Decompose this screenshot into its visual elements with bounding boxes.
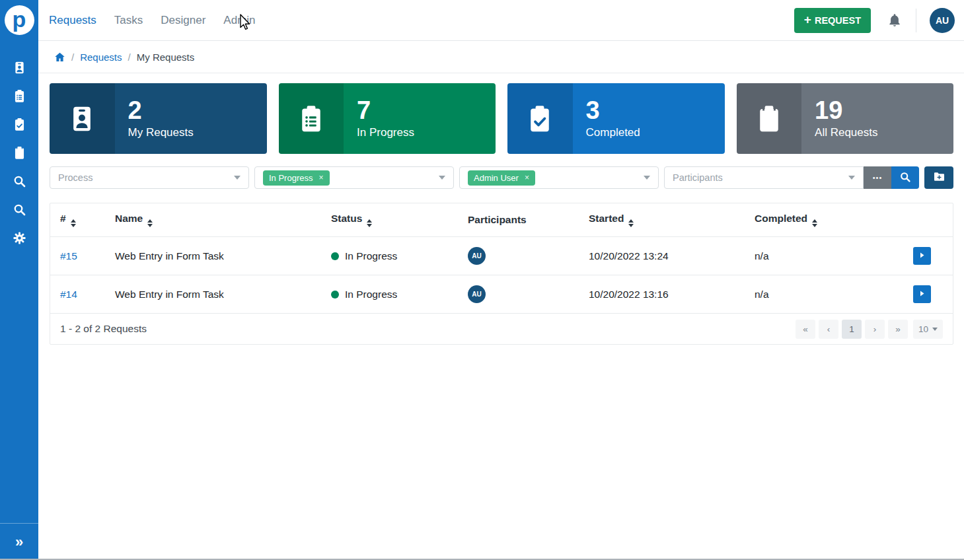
requester-filter-tag[interactable]: Admin User × [468, 170, 535, 186]
column-header-name[interactable]: Name [105, 203, 321, 237]
nav-item-tasks[interactable]: Tasks [114, 14, 143, 27]
requests-table: # Name Status Participants Started [50, 203, 953, 345]
table-row[interactable]: #15 Web Entry in Form Task In Progress A… [50, 237, 953, 275]
stat-label: My Requests [128, 126, 194, 139]
stat-cards: 2 My Requests 7 In Progress [50, 83, 953, 154]
status-filter-select[interactable]: In Progress × [254, 166, 454, 189]
participant-avatar[interactable]: AU [468, 285, 486, 303]
column-header-started[interactable]: Started [579, 203, 745, 237]
participants-filter-placeholder: Participants [673, 172, 723, 183]
id-card-icon [50, 83, 115, 154]
tag-remove-icon[interactable]: × [525, 174, 529, 182]
status-dot-icon [331, 252, 339, 260]
search-button[interactable] [891, 166, 919, 189]
chevron-down-icon [848, 176, 855, 180]
nav-item-admin[interactable]: Admin [223, 14, 255, 27]
user-avatar-initials: AU [936, 15, 949, 26]
chevron-down-icon [439, 176, 445, 180]
request-participants: AU [458, 237, 579, 275]
participants-filter-select[interactable]: Participants [664, 166, 864, 189]
advanced-filter-button[interactable]: ••• [864, 166, 891, 189]
sidebar-item-search-requests[interactable] [0, 168, 38, 197]
request-completed: n/a [745, 237, 903, 275]
double-chevron-right-icon: » [15, 534, 23, 551]
sidebar-item-in-progress[interactable] [0, 83, 38, 112]
request-id-link[interactable]: #15 [60, 250, 77, 262]
nav-item-designer[interactable]: Designer [161, 14, 205, 27]
new-request-button[interactable]: + REQUEST [794, 8, 871, 33]
request-status: In Progress [321, 275, 458, 314]
pagination-last-button[interactable]: » [888, 320, 908, 339]
requester-filter-select[interactable]: Admin User × [459, 166, 659, 189]
search-icon [899, 171, 911, 185]
open-request-button[interactable] [913, 285, 931, 303]
sidebar-item-search-tasks[interactable] [0, 197, 38, 225]
chevron-down-icon [932, 328, 938, 331]
stat-card-completed[interactable]: 3 Completed [507, 83, 725, 154]
per-page-value: 10 [918, 324, 928, 334]
saved-searches-button[interactable] [924, 166, 953, 189]
clipboard-check-icon [507, 83, 573, 154]
sort-icon [367, 219, 372, 227]
main-content: 2 My Requests 7 In Progress [38, 73, 964, 560]
table-footer: 1 - 2 of 2 Requests « ‹ 1 › » 10 [50, 313, 953, 344]
per-page-select[interactable]: 10 [913, 320, 943, 339]
pagination-next-button[interactable]: › [865, 320, 885, 339]
request-started: 10/20/2022 13:16 [579, 275, 745, 314]
nav-item-requests[interactable]: Requests [49, 14, 96, 27]
request-name: Web Entry in Form Task [105, 275, 321, 314]
caret-right-icon [918, 289, 926, 299]
stat-card-all-requests[interactable]: 19 All Requests [737, 83, 954, 154]
sort-icon [147, 219, 153, 227]
breadcrumb-link-requests[interactable]: Requests [80, 52, 122, 63]
request-id-link[interactable]: #14 [60, 289, 77, 300]
request-status: In Progress [321, 237, 458, 275]
stat-card-in-progress[interactable]: 7 In Progress [279, 83, 496, 154]
user-avatar[interactable]: AU [930, 8, 955, 33]
sort-icon [628, 219, 634, 227]
home-icon[interactable] [54, 52, 65, 63]
sidebar-item-settings[interactable] [0, 225, 38, 254]
top-navbar: Requests Tasks Designer Admin + REQUEST … [38, 0, 964, 41]
pagination-first-button[interactable]: « [796, 320, 815, 339]
table-header-row: # Name Status Participants Started [50, 203, 953, 237]
pagination: « ‹ 1 › » 10 [792, 320, 943, 339]
notifications-bell-icon[interactable] [887, 13, 903, 28]
stat-label: In Progress [357, 126, 414, 139]
stat-value: 2 [128, 98, 194, 124]
column-header-status[interactable]: Status [321, 203, 458, 237]
status-filter-tag[interactable]: In Progress × [263, 170, 330, 186]
table-row[interactable]: #14 Web Entry in Form Task In Progress A… [50, 275, 953, 314]
app-logo[interactable]: p [5, 5, 34, 35]
request-participants: AU [458, 275, 579, 314]
sidebar-item-completed[interactable] [0, 112, 38, 140]
tag-remove-icon[interactable]: × [318, 174, 323, 182]
pagination-prev-button[interactable]: ‹ [819, 320, 838, 339]
stat-card-my-requests[interactable]: 2 My Requests [50, 83, 267, 154]
participant-avatar[interactable]: AU [468, 247, 486, 265]
breadcrumb-separator: / [128, 52, 131, 63]
app-logo-letter: p [13, 8, 26, 30]
chevron-down-icon [234, 176, 241, 180]
request-name: Web Entry in Form Task [105, 237, 321, 275]
stat-value: 3 [586, 98, 640, 124]
status-dot-icon [331, 291, 339, 298]
sidebar-item-all-requests[interactable] [0, 140, 38, 168]
column-header-completed[interactable]: Completed [745, 203, 903, 237]
open-request-button[interactable] [913, 247, 931, 265]
search-icon [13, 174, 26, 191]
request-started: 10/20/2022 13:24 [579, 237, 745, 275]
clipboard-check-icon [13, 118, 26, 134]
sidebar-expand-button[interactable]: » [0, 523, 38, 560]
process-filter-select[interactable]: Process [50, 166, 249, 189]
filter-bar: Process In Progress × Admin User × Parti… [50, 166, 953, 189]
breadcrumb: / Requests / My Requests [38, 41, 964, 73]
column-header-id[interactable]: # [50, 203, 105, 237]
sort-icon [71, 219, 76, 227]
sidebar-item-my-requests[interactable] [0, 55, 38, 83]
pagination-page-button[interactable]: 1 [842, 320, 862, 339]
breadcrumb-current: My Requests [137, 52, 195, 63]
column-header-participants: Participants [458, 203, 579, 237]
status-label: In Progress [345, 250, 397, 262]
folder-plus-icon [933, 170, 945, 185]
